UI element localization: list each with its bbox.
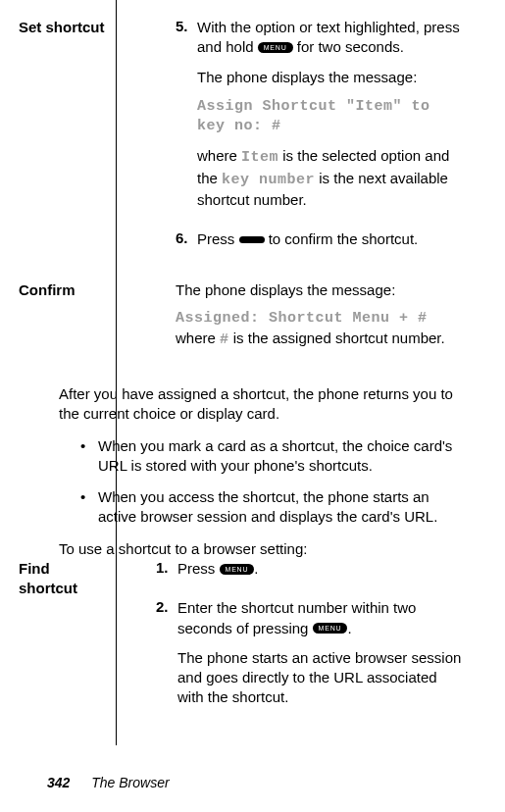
where-text-a: where	[197, 147, 241, 164]
step-6-text-a: Press	[197, 230, 239, 247]
bullet-item: • When you mark a card as a shortcut, th…	[59, 436, 466, 477]
find-step2-result: The phone starts an active browser sessi…	[177, 648, 466, 708]
confirm-where-a: where	[176, 330, 220, 346]
find-step2-a: Enter the shortcut number within two sec…	[177, 599, 416, 635]
confirm-hash-code: #	[220, 331, 229, 348]
bullet-item: • When you access the shortcut, the phon…	[59, 487, 466, 528]
confirm-msg-intro: The phone displays the message:	[176, 280, 466, 300]
where-item-code: Item	[241, 149, 278, 166]
page-footer: 342 The Browser	[47, 775, 170, 790]
find-shortcut-label: Find shortcut	[19, 559, 107, 597]
chapter-title: The Browser	[91, 775, 169, 790]
assign-shortcut-code: Assign Shortcut "Item" to key no: #	[197, 97, 466, 137]
bullet-icon: •	[80, 487, 98, 528]
bullet-icon: •	[80, 436, 98, 477]
menu-key-icon: MENU	[258, 42, 293, 53]
confirm-where-b: is the assigned shortcut number.	[229, 330, 445, 346]
step-5-text-b: for two seconds.	[293, 38, 404, 55]
step-number: 6.	[176, 229, 197, 259]
find-step-1-body: Press MENU.	[177, 559, 466, 588]
find-step1-a: Press	[177, 560, 220, 577]
bullet-text: When you mark a card as a shortcut, the …	[98, 436, 466, 477]
to-use-paragraph: To use a shortcut to a browser setting:	[59, 539, 466, 559]
assigned-code: Assigned: Shortcut Menu + #	[176, 310, 428, 327]
dash-key-icon	[239, 236, 265, 243]
find-step-2-body: Enter the shortcut number within two sec…	[177, 598, 466, 717]
step-number: 1.	[156, 559, 177, 588]
menu-key-icon: MENU	[313, 623, 348, 634]
where-key-code: key number	[222, 172, 315, 188]
confirm-label: Confirm	[19, 280, 107, 300]
step-number: 5.	[176, 18, 197, 220]
menu-key-icon: MENU	[220, 564, 255, 575]
find-step1-b: .	[254, 560, 258, 577]
find-step2-b: .	[347, 620, 351, 636]
step-5-body: With the option or text highlighted, pre…	[197, 18, 466, 220]
page-number: 342	[47, 775, 70, 790]
after-paragraph: After you have assigned a shortcut, the …	[59, 384, 466, 425]
step-5-msg-intro: The phone displays the message:	[197, 68, 466, 87]
step-number: 2.	[156, 598, 177, 717]
bullet-text: When you access the shortcut, the phone …	[98, 487, 466, 528]
step-6-body: Press to confirm the shortcut.	[197, 229, 466, 259]
step-6-text-b: to confirm the shortcut.	[265, 230, 419, 247]
set-shortcut-label: Set shortcut	[19, 18, 107, 37]
